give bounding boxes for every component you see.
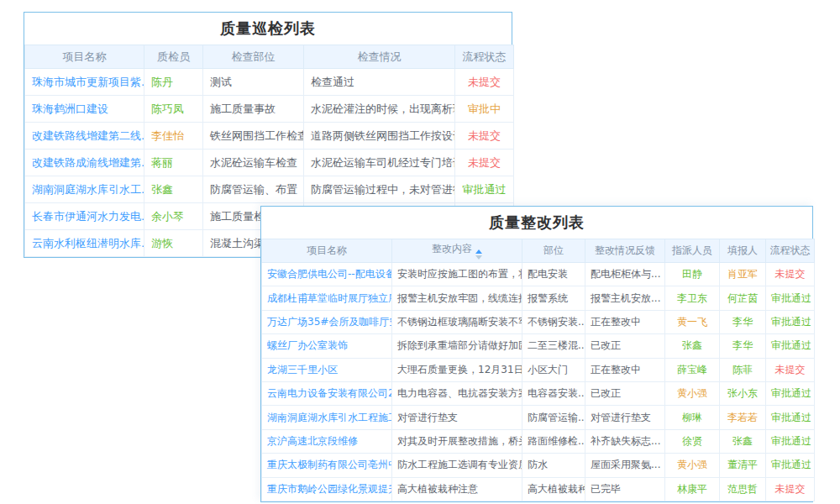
- reporter-cell: 李华: [720, 310, 766, 333]
- inspector-cell: 李佳怡: [144, 123, 203, 150]
- rectify-content-value: 高大植被栽种注意: [397, 483, 478, 495]
- table-row: 改建铁路成渝线增建第...蒋丽水泥砼运输车检查水泥砼运输车司机经过专门培训...…: [25, 150, 514, 176]
- table-row: 湖南洞庭湖水库引水工程施工1...对管进行垫支防腐管运输...对管进行垫支柳琳李…: [262, 406, 815, 429]
- project-cell: 重庆市鹅岭公园绿化景观提升...: [262, 477, 392, 501]
- reporter-cell: 肖亚军: [720, 263, 766, 286]
- flow-status-value: 审批通过: [771, 412, 811, 423]
- inspector-value: 李佳怡: [151, 129, 184, 142]
- flow-status-cell: 审批通过: [766, 454, 815, 477]
- rectify-content-value: 电力电容器、电抗器安装方案,...: [397, 387, 522, 399]
- part-cell: 配电安装: [522, 263, 585, 286]
- column-header-part: 部位: [522, 239, 585, 263]
- column-header-label: 项目名称: [63, 50, 107, 63]
- check-part-value: 测试: [210, 76, 232, 88]
- reporter-cell: 何芷茵: [720, 286, 766, 310]
- inspector-cell: 蒋丽: [144, 150, 203, 176]
- flow-status-cell: 审批通过: [766, 381, 815, 405]
- header-row: 项目名称整改内容部位整改情况反馈指派人员填报人流程状态: [262, 239, 815, 263]
- table-row: 螺丝厂办公室装饰拆除到承重墙部分请做好加固...二至三楼混...已改正张鑫李华审…: [262, 334, 815, 358]
- column-header-label: 质检员: [157, 50, 190, 63]
- project-link[interactable]: 安徽合肥供电公司--配电设备...: [267, 268, 392, 280]
- project-link[interactable]: 龙湖三千里小区: [267, 364, 338, 375]
- rectify-content-cell: 对管进行垫支: [392, 406, 522, 429]
- reporter-cell: 张鑫: [720, 429, 766, 453]
- project-link[interactable]: 湖南洞庭湖水库引水工程施工1...: [267, 412, 392, 423]
- project-link[interactable]: 珠海市城市更新项目紫...: [32, 76, 144, 88]
- flow-status-value: 未提交: [468, 76, 501, 88]
- project-link[interactable]: 珠海鹤洲口建设: [32, 102, 108, 115]
- reporter-value: 何芷茵: [727, 292, 758, 304]
- project-link[interactable]: 重庆市鹅岭公园绿化景观提升...: [267, 483, 392, 495]
- project-link[interactable]: 京沪高速北京段维修: [267, 435, 358, 447]
- feedback-value: 已完毕: [591, 483, 621, 495]
- column-header-project: 项目名称: [262, 239, 392, 263]
- project-link[interactable]: 重庆太极制药有限公司亳州中...: [267, 459, 392, 470]
- assignee-cell: 黄一飞: [665, 310, 720, 333]
- project-link[interactable]: 改建铁路线增建第二线...: [32, 129, 144, 142]
- table-row: 成都杜甫草堂临时展厅独立展...报警主机安放牢固，线缆连接...报警系统报警主机…: [262, 286, 815, 310]
- flow-status-value: 审批通过: [771, 339, 811, 351]
- feedback-cell: 已完毕: [585, 477, 665, 501]
- flow-status-cell: 未提交: [455, 123, 514, 150]
- project-link[interactable]: 改建铁路成渝线增建第...: [32, 156, 144, 169]
- feedback-value: 配电柜柜体与...: [591, 268, 660, 280]
- part-value: 报警系统: [528, 292, 568, 304]
- project-cell: 重庆太极制药有限公司亳州中...: [262, 454, 392, 477]
- table-row: 京沪高速北京段维修对其及时开展整改措施，桥头...路面维修检...补齐缺失标志.…: [262, 429, 815, 453]
- flow-status-value: 审批通过: [771, 292, 811, 304]
- part-cell: 路面维修检...: [522, 429, 585, 453]
- inspector-value: 余小琴: [151, 210, 184, 223]
- assignee-cell: 黄小强: [665, 381, 720, 405]
- assignee-cell: 徐贤: [665, 429, 720, 453]
- table-row: 重庆太极制药有限公司亳州中...防水工程施工选调有专业资质...防水屋面采用聚氨…: [262, 454, 815, 477]
- column-header-check-part: 检查部位: [203, 45, 304, 69]
- check-situation-cell: 防腐管运输过程中，未对管进行...: [304, 176, 455, 203]
- flow-status-value: 审批通过: [771, 435, 811, 447]
- column-header-flow-status: 流程状态: [455, 45, 514, 69]
- inspector-value: 张鑫: [151, 183, 173, 196]
- part-cell: 电容器安装...: [522, 381, 585, 405]
- flow-status-value: 审批通过: [771, 316, 811, 328]
- assignee-cell: 林康平: [665, 477, 720, 501]
- column-header-label: 指派人员: [672, 244, 712, 256]
- project-link[interactable]: 万达广场35#会所及咖啡厅空...: [267, 316, 392, 328]
- rectify-content-cell: 高大植被栽种注意: [392, 477, 522, 501]
- column-header-project: 项目名称: [25, 45, 144, 69]
- project-link[interactable]: 长春市伊通河水力发电...: [32, 210, 144, 223]
- check-part-cell: 水泥砼运输车检查: [203, 150, 304, 176]
- inspector-cell: 陈巧凤: [144, 96, 203, 123]
- feedback-value: 已改正: [591, 339, 621, 351]
- rectify-content-cell: 报警主机安放牢固，线缆连接...: [392, 286, 522, 310]
- rectify-content-value: 拆除到承重墙部分请做好加固...: [397, 339, 522, 351]
- feedback-value: 正在整改中: [591, 316, 641, 328]
- column-header-reporter: 填报人: [720, 239, 766, 263]
- column-header-label: 整改情况反馈: [595, 244, 655, 256]
- rectify-content-value: 对其及时开展整改措施，桥头...: [397, 435, 522, 447]
- project-link[interactable]: 云南水利枢纽潜明水库...: [32, 237, 144, 249]
- reporter-value: 范思哲: [727, 483, 758, 495]
- project-link[interactable]: 湖南洞庭湖水库引水工...: [32, 183, 144, 196]
- feedback-cell: 报警主机安放...: [585, 286, 665, 310]
- project-link[interactable]: 云南电力设备安装有限公司20...: [267, 387, 392, 399]
- reporter-value: 张小东: [727, 387, 758, 399]
- project-link[interactable]: 成都杜甫草堂临时展厅独立展...: [267, 292, 392, 304]
- column-header-rectify-content[interactable]: 整改内容: [392, 239, 522, 263]
- project-cell: 龙湖三千里小区: [262, 358, 392, 381]
- rectify-content-value: 对管进行垫支: [397, 412, 458, 423]
- column-header-label: 项目名称: [307, 244, 347, 256]
- sort-icon[interactable]: [475, 249, 482, 260]
- feedback-value: 已改正: [591, 387, 621, 399]
- inspection-table-title: 质量巡检列表: [24, 13, 512, 45]
- project-cell: 改建铁路成渝线增建第...: [25, 150, 144, 176]
- column-header-check-situation: 检查情况: [304, 45, 455, 69]
- rectify-content-value: 大理石质量更换，12月31日之...: [397, 364, 522, 375]
- flow-status-cell: 审批通过: [766, 286, 815, 310]
- assignee-value: 黄小强: [677, 387, 707, 399]
- flow-status-cell: 审批通过: [766, 429, 815, 453]
- check-situation-value: 检查通过: [311, 76, 354, 88]
- column-header-label: 流程状态: [770, 244, 811, 256]
- reporter-cell: 李华: [720, 334, 766, 358]
- reporter-value: 李华: [732, 316, 753, 328]
- part-value: 配电安装: [528, 268, 568, 280]
- project-link[interactable]: 螺丝厂办公室装饰: [267, 339, 348, 351]
